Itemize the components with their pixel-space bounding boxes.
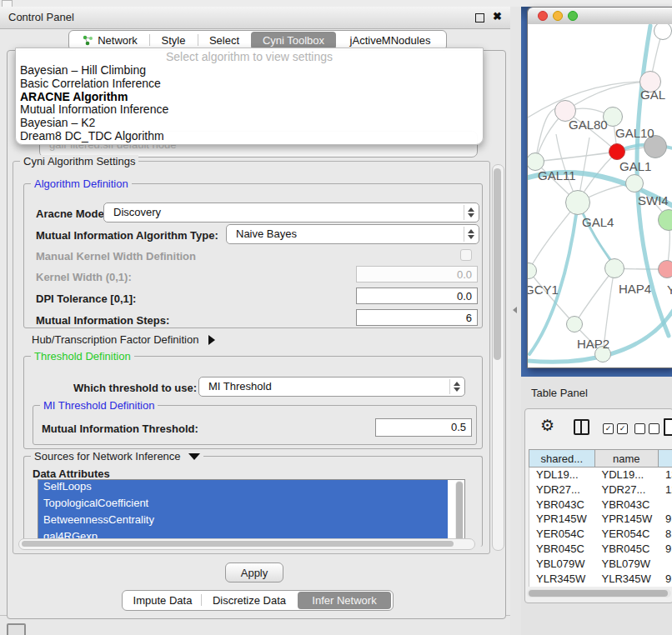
cyni-bottom-tabbar: Impute Data Discretize Data Infer Networ… xyxy=(122,590,394,611)
node-label: GAL11 xyxy=(538,168,576,182)
deselect-all-checkboxes-icon[interactable] xyxy=(634,423,659,434)
close-panel-icon[interactable]: ✖ xyxy=(493,10,502,22)
mi-threshold-group-title: MI Threshold Definition xyxy=(40,399,158,412)
network-window: GAL GAL80 GAL10 GAL1 GAL11 GAL4 SWI4 GCY… xyxy=(527,7,672,368)
dropdown-item[interactable]: Mutual Information Inference xyxy=(16,102,483,116)
tab-network[interactable]: Network xyxy=(71,32,149,49)
columns-icon[interactable] xyxy=(574,419,589,435)
spinner-arrows-icon xyxy=(464,227,477,242)
network-window-titlebar[interactable] xyxy=(528,8,672,25)
column-header-extra[interactable] xyxy=(659,450,672,467)
zoom-window-icon[interactable] xyxy=(568,11,578,21)
aracne-mode-label: Aracne Mode: xyxy=(36,208,108,220)
network-node[interactable] xyxy=(625,174,644,192)
network-node[interactable] xyxy=(609,143,625,160)
expander-right-arrow-icon xyxy=(208,335,215,345)
table-row[interactable]: YLR345WYLR345W9. xyxy=(529,572,672,587)
table-body[interactable]: YDL19...YDL19...13 YDR27...YDR27...12 YB… xyxy=(529,468,672,587)
apply-button[interactable]: Apply xyxy=(225,562,283,582)
tab-discretize-data[interactable]: Discretize Data xyxy=(201,592,298,609)
dropdown-item[interactable]: Basic Correlation Inference xyxy=(16,77,483,90)
mi-type-label: Mutual Information Algorithm Type: xyxy=(36,229,218,242)
tab-impute-data-label: Impute Data xyxy=(133,594,193,607)
float-panel-icon[interactable] xyxy=(475,13,484,22)
divider-collapse-arrow-icon[interactable] xyxy=(513,307,517,313)
tab-infer-network[interactable]: Infer Network xyxy=(298,592,391,609)
table-row[interactable]: YBR043CYBR043C xyxy=(529,498,672,512)
algorithm-definition-title: Algorithm Definition xyxy=(31,178,132,190)
minimized-panel-icon[interactable] xyxy=(7,623,26,635)
table-row[interactable]: YDR27...YDR27...12 xyxy=(529,482,672,498)
node-label: GAL1 xyxy=(619,159,651,173)
collapse-down-arrow-icon xyxy=(188,453,200,460)
gear-icon[interactable]: ⚙ xyxy=(540,416,554,435)
network-canvas[interactable]: GAL GAL80 GAL10 GAL1 GAL11 GAL4 SWI4 GCY… xyxy=(528,24,672,368)
node-label: GAL4 xyxy=(582,215,614,229)
kernel-width-field[interactable]: 0.0 xyxy=(356,266,478,282)
which-threshold-select[interactable]: MI Threshold xyxy=(198,377,465,397)
aracne-mode-select[interactable]: Discovery xyxy=(103,202,479,222)
manual-kernel-checkbox[interactable] xyxy=(460,249,472,261)
settings-group-title: Cyni Algorithm Settings xyxy=(20,155,138,168)
table-row[interactable]: YBL079WYBL079W xyxy=(529,557,672,572)
network-node[interactable] xyxy=(566,316,583,332)
dropdown-placeholder: Select algorithm to view settings xyxy=(16,48,483,63)
network-node[interactable] xyxy=(565,190,590,215)
network-node[interactable] xyxy=(604,258,624,278)
mi-type-value: Naive Bayes xyxy=(236,228,297,240)
mi-type-select[interactable]: Naive Bayes xyxy=(226,224,479,244)
apply-button-label: Apply xyxy=(241,567,268,579)
table-row[interactable]: YER054CYER054C8. xyxy=(529,527,672,542)
node-label: GAL80 xyxy=(569,118,608,132)
algorithm-definition-group: Algorithm Definition Aracne Mode: Discov… xyxy=(23,183,483,328)
column-header-name[interactable]: name xyxy=(595,450,659,467)
sources-group: Sources for Network Inference Data Attri… xyxy=(23,456,483,547)
table-row[interactable]: YDL19...YDL19...13 xyxy=(529,468,672,482)
close-window-icon[interactable] xyxy=(538,11,548,21)
mi-steps-field[interactable]: 6 xyxy=(356,309,478,326)
hub-definition-label: Hub/Transcription Factor Definition xyxy=(32,333,198,346)
dropdown-item[interactable]: Dream8 DC_TDC Algorithm xyxy=(16,129,483,142)
which-threshold-label: Which threshold to use: xyxy=(73,382,197,394)
node-label: SWI4 xyxy=(638,193,669,208)
tab-select[interactable]: Select xyxy=(198,32,251,49)
which-threshold-value: MI Threshold xyxy=(208,380,272,392)
table-horizontal-scrollbar[interactable] xyxy=(527,589,671,598)
dropdown-item-selected[interactable]: ARACNE Algorithm xyxy=(16,90,483,103)
list-item[interactable]: SelfLoops xyxy=(38,480,448,497)
screen: Control Panel ✖ Network Style Select Cyn… xyxy=(0,0,672,635)
cyni-algorithm-settings-group: Cyni Algorithm Settings Algorithm Defini… xyxy=(13,161,490,554)
table-row[interactable]: YBR045CYBR045C9. xyxy=(529,542,672,557)
desktop-area: GAL GAL80 GAL10 GAL1 GAL11 GAL4 SWI4 GCY… xyxy=(510,7,672,635)
list-vertical-scrollbar[interactable] xyxy=(455,481,464,546)
tab-cyni-toolbox[interactable]: Cyni Toolbox xyxy=(251,32,336,49)
minimize-window-icon[interactable] xyxy=(553,11,563,21)
tab-style-label: Style xyxy=(162,34,186,47)
tab-style[interactable]: Style xyxy=(149,32,198,49)
split-divider[interactable] xyxy=(510,7,521,635)
table-row[interactable]: YPR145WYPR145W9. xyxy=(529,512,672,527)
mi-steps-label: Mutual Information Steps: xyxy=(36,314,169,327)
mi-threshold-field[interactable]: 0.5 xyxy=(375,418,472,437)
network-desktop: GAL GAL80 GAL10 GAL1 GAL11 GAL4 SWI4 GCY… xyxy=(521,7,672,377)
sources-collapse-toggle[interactable]: Sources for Network Inference xyxy=(31,450,203,462)
column-header-shared[interactable]: shared... xyxy=(529,450,595,467)
network-node[interactable] xyxy=(658,260,672,278)
table-row[interactable]: YIL052CYIL052C9 xyxy=(529,586,672,587)
settings-vertical-scrollbar[interactable] xyxy=(492,164,504,551)
settings-horizontal-scrollbar[interactable] xyxy=(18,538,475,550)
hub-definition-expander[interactable]: Hub/Transcription Factor Definition xyxy=(32,333,215,346)
list-item[interactable]: TopologicalCoefficient xyxy=(38,497,448,513)
spinner-arrows-icon xyxy=(464,205,477,220)
dpi-tolerance-field[interactable]: 0.0 xyxy=(356,288,478,304)
dropdown-item[interactable]: Bayesian – Hill Climbing xyxy=(16,63,483,77)
tab-jactivemnodules[interactable]: jActiveMNodules xyxy=(336,32,444,49)
dropdown-item[interactable]: Bayesian – K2 xyxy=(16,116,483,129)
select-all-checkboxes-icon[interactable]: ✓✓ xyxy=(603,423,628,434)
list-item[interactable]: BetweennessCentrality xyxy=(38,513,448,530)
sources-title: Sources for Network Inference xyxy=(34,450,181,462)
document-icon[interactable] xyxy=(664,418,672,436)
table-panel-area: Table Panel ⚙ ✓✓ shared... name xyxy=(521,377,672,635)
tab-network-label: Network xyxy=(98,34,138,47)
tab-impute-data[interactable]: Impute Data xyxy=(124,592,201,609)
